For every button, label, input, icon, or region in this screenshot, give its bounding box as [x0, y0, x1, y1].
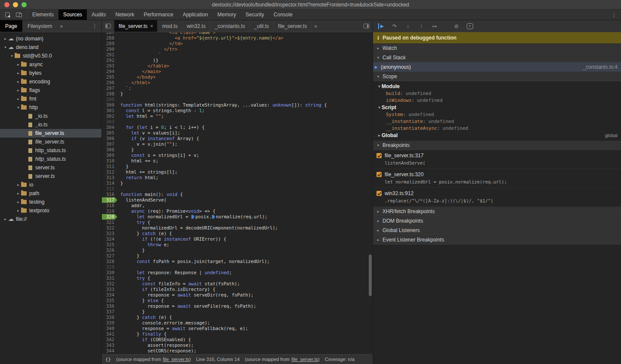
- source-text[interactable]: if (!(e instanceof URIError)) {: [117, 236, 226, 242]
- step-over-button[interactable]: ↷: [392, 23, 398, 29]
- device-toolbar-icon[interactable]: [16, 12, 21, 17]
- disclosure-triangle-icon[interactable]: ▸: [15, 71, 21, 75]
- source-text[interactable]: }: [117, 180, 123, 186]
- tree-item-std-v0-50-0[interactable]: ▾std@v0.50.0: [0, 52, 101, 60]
- tree-item-async[interactable]: ▸async: [0, 60, 101, 69]
- editor-tab-file-server-ts[interactable]: file_server.ts×: [114, 20, 158, 32]
- editor-tab-win32-ts[interactable]: win32.ts: [182, 20, 210, 32]
- line-number[interactable]: 297: [102, 86, 117, 91]
- line-number[interactable]: 304: [102, 125, 117, 130]
- line-number[interactable]: 332: [102, 281, 117, 287]
- section-breakpoints[interactable]: ▾ Breakpoints: [373, 141, 621, 150]
- tree-item-bytes[interactable]: ▸bytes: [0, 69, 101, 77]
- tab-performance[interactable]: Performance: [139, 9, 178, 20]
- line-number[interactable]: 324: [102, 236, 117, 242]
- section-global-listeners[interactable]: ▸Global Listeners: [373, 226, 621, 235]
- line-number[interactable]: 287: [102, 32, 117, 35]
- source-text[interactable]: if (fileInfo.isDirectory) {: [117, 287, 215, 292]
- breakpoint-location[interactable]: file_server.ts:317: [385, 153, 424, 159]
- source-text[interactable]: </main>: [117, 69, 161, 74]
- source-text[interactable]: } finally {: [117, 331, 167, 337]
- line-number[interactable]: 333: [102, 287, 117, 292]
- source-text[interactable]: } catch (e) {: [117, 231, 172, 236]
- line-number[interactable]: 344: [102, 348, 117, 354]
- source-text[interactable]: )}: [117, 58, 159, 63]
- source-text[interactable]: </body>: [117, 74, 156, 80]
- disclosure-triangle-icon[interactable]: ▾: [9, 54, 15, 58]
- editor-tab-util-ts[interactable]: _util.ts: [250, 20, 274, 32]
- source-text[interactable]: }: [117, 164, 128, 169]
- line-number[interactable]: 290: [102, 46, 117, 52]
- line-number[interactable]: 335: [102, 298, 117, 303]
- section-event-listener-breakpoints[interactable]: ▸Event Listener Breakpoints: [373, 235, 621, 245]
- breakpoint-line-number[interactable]: 320: [102, 214, 117, 220]
- source-text[interactable]: }: [117, 91, 123, 97]
- editor-scrollbar-thumb[interactable]: [369, 254, 372, 296]
- line-number[interactable]: 291: [102, 52, 117, 58]
- disclosure-triangle-icon[interactable]: ▸: [3, 217, 8, 221]
- editor-tab-overflow-icon[interactable]: »: [312, 20, 320, 32]
- source-text[interactable]: html += strings[l];: [117, 169, 177, 175]
- breakpoint-snippet[interactable]: let normalizedUrl = posix.normalize(req.…: [385, 179, 621, 184]
- inline-breakpoint-marker[interactable]: [212, 215, 215, 219]
- section-watch[interactable]: ▸ Watch: [373, 43, 621, 53]
- line-number[interactable]: 301: [102, 108, 117, 113]
- tab-application[interactable]: Application: [178, 9, 213, 20]
- source-text[interactable]: function main(): void {: [117, 192, 183, 197]
- tree-item-deno-land[interactable]: ▾☁deno.land: [0, 43, 101, 52]
- breakpoint-line-number[interactable]: 317: [102, 197, 117, 203]
- disclosure-triangle-icon[interactable]: ▸: [15, 191, 21, 196]
- source-text[interactable]: const fileInfo = await stat(fsPath);: [117, 281, 240, 287]
- source-text[interactable]: console.error(e.message);: [117, 320, 210, 326]
- pause-on-exceptions-button[interactable]: ‖: [467, 23, 473, 29]
- line-number[interactable]: 336: [102, 303, 117, 309]
- source-text[interactable]: <a href="${entry.url}">${entry.name}</a>: [117, 35, 283, 41]
- line-number[interactable]: 296: [102, 80, 117, 86]
- source-text[interactable]: throw e;: [117, 242, 169, 248]
- line-number[interactable]: 316: [102, 192, 117, 197]
- inline-breakpoint-marker[interactable]: [191, 215, 194, 219]
- line-number[interactable]: 326: [102, 248, 117, 253]
- section-scope[interactable]: ▾ Scope: [373, 72, 621, 81]
- line-number[interactable]: 313: [102, 175, 117, 180]
- line-number[interactable]: 325: [102, 242, 117, 248]
- source-text[interactable]: </table>: [117, 63, 169, 69]
- source-text[interactable]: response = await serveDir(req, fsPath);: [117, 292, 254, 298]
- source-text[interactable]: [117, 97, 120, 102]
- breakpoint-location[interactable]: win32.ts:912: [385, 190, 413, 196]
- deactivate-breakpoints-button[interactable]: ⊘: [453, 23, 459, 29]
- tree-item-server-ts[interactable]: server.ts: [0, 163, 101, 172]
- disclosure-triangle-icon[interactable]: ▸: [15, 183, 21, 187]
- source-mapped-link[interactable]: file_server.ts: [163, 357, 190, 362]
- line-number[interactable]: 306: [102, 136, 117, 141]
- disclosure-triangle-icon[interactable]: ▸: [15, 62, 21, 67]
- tab-audits[interactable]: Audits: [87, 9, 110, 20]
- source-text[interactable]: const fsPath = posix.join(target, normal…: [117, 259, 270, 264]
- source-text[interactable]: if (v instanceof Array) {: [117, 136, 199, 141]
- source-text[interactable]: assert(response);: [117, 343, 194, 348]
- line-number[interactable]: 311: [102, 164, 117, 169]
- more-options-icon[interactable]: ⋮: [607, 9, 621, 20]
- source-text[interactable]: <td class="name">: [117, 32, 215, 35]
- line-number[interactable]: 288: [102, 35, 117, 41]
- close-tab-icon[interactable]: ×: [150, 23, 153, 29]
- source-text[interactable]: </tr>: [117, 46, 177, 52]
- source-text[interactable]: response = await serveFallback(req, e);: [117, 326, 248, 331]
- line-number[interactable]: 321: [102, 220, 117, 225]
- source-text[interactable]: try {: [117, 275, 150, 281]
- source-text[interactable]: let v = values[i];: [117, 130, 180, 136]
- line-number[interactable]: 334: [102, 292, 117, 298]
- line-number[interactable]: 312: [102, 169, 117, 175]
- tree-item-textproto[interactable]: ▸textproto: [0, 206, 101, 215]
- disclosure-triangle-icon[interactable]: ▸: [15, 80, 21, 84]
- line-number[interactable]: 310: [102, 158, 117, 164]
- source-text[interactable]: if (CORSEnabled) {: [117, 337, 191, 343]
- source-text[interactable]: async (req): Promise<void> => {: [117, 208, 215, 214]
- source-text[interactable]: }: [117, 253, 139, 259]
- tree-item-testing[interactable]: ▸testing: [0, 198, 101, 206]
- disclosure-triangle-icon[interactable]: ▾: [3, 45, 8, 49]
- section-dom-breakpoints[interactable]: ▸DOM Breakpoints: [373, 216, 621, 226]
- line-number[interactable]: 341: [102, 331, 117, 337]
- line-number[interactable]: 314: [102, 180, 117, 186]
- tree-item-path[interactable]: ▸path: [0, 189, 101, 198]
